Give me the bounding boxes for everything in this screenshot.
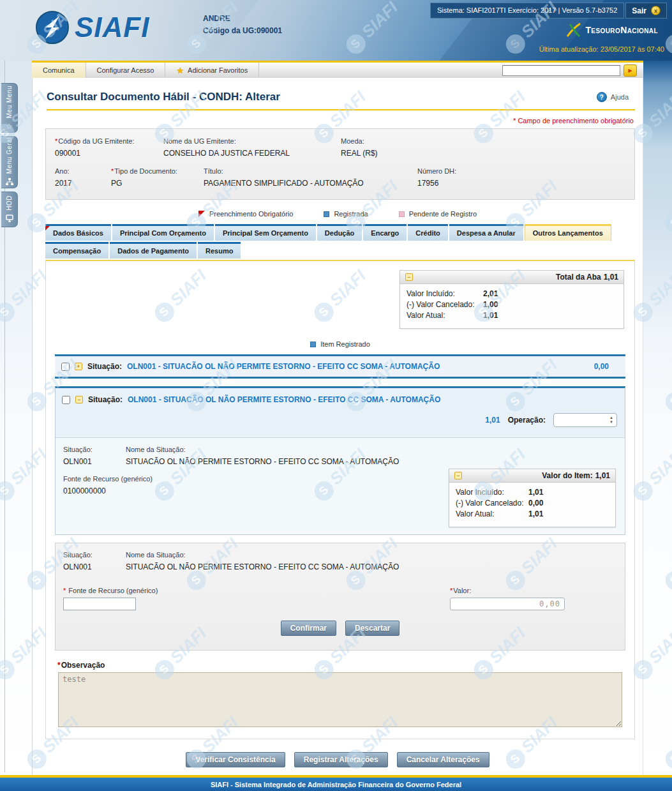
tab-despesa-a-anular[interactable]: Despesa a Anular	[449, 224, 523, 241]
title-underline	[47, 109, 635, 110]
tesouro-icon	[565, 22, 582, 38]
edit-nome-situacao: Nome da Situação: SITUACÃO OL NÃO PERMIT…	[126, 551, 399, 571]
tab-credito[interactable]: Crédito	[408, 224, 448, 241]
tesouro-word1: Tesouro	[585, 25, 620, 35]
tab-dados-de-pagamento[interactable]: Dados de Pagamento	[110, 242, 197, 259]
spinner-arrows-icon: ▲ ▼	[609, 416, 613, 424]
situacao-checkbox[interactable]	[62, 396, 70, 404]
page-title: Consultar Documento Hábil - CONDH: Alter…	[47, 91, 280, 103]
tab-resumo[interactable]: Resumo	[198, 242, 241, 259]
tab-compensacao[interactable]: Compensação	[45, 242, 108, 259]
total-aba-panel: − Total da Aba1,01 Valor Incluído:2,01 (…	[399, 270, 624, 329]
tab-encargo[interactable]: Encargo	[363, 224, 407, 241]
fonte-recurso-input[interactable]	[63, 598, 136, 610]
last-update: Última atualização: 23/05/2017 às 07:40	[539, 45, 664, 53]
ug-label: Código da UG:	[203, 26, 257, 35]
situacao-detail: Situação: OLN001 Nome da Situação: SITUA…	[56, 437, 625, 534]
system-bar: Sistema: SIAFI2017TI Exercício: 2017 | V…	[430, 3, 667, 19]
tab-content-panel: − Total da Aba1,01 Valor Incluído:2,01 (…	[45, 260, 635, 739]
tab-outros-lancamentos[interactable]: Outros Lançamentos	[525, 224, 611, 241]
field-ano: Ano: 2017	[55, 167, 111, 188]
tab-principal-com-orcamento[interactable]: Principal Com Orçamento	[112, 224, 214, 241]
valor-item-panel: − Valor do Item:1,01 Valor Incluído:1,01…	[449, 469, 616, 527]
situacao-link[interactable]: OLN001 - SITUACÃO OL NÃO PERMITE ESTORNO…	[128, 395, 440, 404]
search-area: ▶	[502, 63, 643, 78]
menu-item-configurar-acesso[interactable]: Configurar Acesso	[86, 63, 166, 78]
observacao-textarea[interactable]: teste	[58, 672, 622, 727]
situacao-checkbox[interactable]	[61, 363, 70, 371]
star-icon: ★	[176, 66, 184, 75]
search-input[interactable]	[502, 65, 620, 76]
right-gutter-decoration	[643, 61, 672, 335]
legend-pending: Pendente de Registro	[399, 210, 477, 218]
sidebar-item-meu-menu[interactable]: Meu Menu ☆	[1, 83, 18, 133]
collapse-icon[interactable]: −	[75, 396, 83, 403]
situacao-panel-2: − Situação: OLN001 - SITUACÃO OL NÃO PER…	[55, 386, 625, 535]
tab-dados-basicos[interactable]: Dados Básicos	[45, 224, 111, 241]
valor-input[interactable]	[450, 598, 565, 610]
registered-square-icon	[310, 342, 316, 347]
menu-item-adicionar-favoritos[interactable]: ★ Adicionar Favoritos	[165, 63, 259, 78]
sitemap-icon	[6, 178, 13, 187]
legend-registered: Registrada	[324, 210, 368, 218]
situacao-link[interactable]: OLN001 - SITUACÃO OL NÃO PERMITE ESTORNO…	[127, 362, 440, 371]
edit-valor: *Valor:	[450, 587, 565, 610]
field-moeda: Moeda: REAL (R$)	[341, 137, 378, 158]
tesouro-word2: Nacional	[620, 25, 658, 35]
legend: Preenchimento Obrigatório Registrada Pen…	[33, 210, 643, 218]
confirmar-button[interactable]: Confirmar	[281, 621, 336, 636]
help-icon: ?	[597, 92, 607, 102]
tab-deducao[interactable]: Dedução	[317, 224, 362, 241]
star-outline-icon: ☆	[6, 123, 13, 130]
help-label: Ajuda	[611, 93, 629, 101]
detail-situacao: Situação: OLN001	[63, 446, 126, 466]
required-flag-icon	[45, 226, 50, 230]
main-content: Consultar Documento Hábil - CONDH: Alter…	[32, 78, 643, 775]
field-numero-dh: Número DH: 17956	[417, 167, 456, 188]
app-footer: SIAFI - Sistema Integrado de Administraç…	[0, 775, 672, 791]
tab-strip: Dados Básicos Principal Com Orçamento Pr…	[45, 224, 635, 259]
sidebar-item-menu-geral[interactable]: Menu Geral	[1, 136, 18, 188]
system-info: Sistema: SIAFI2017TI Exercício: 2017 | V…	[430, 3, 624, 19]
go-arrow-icon: ▶	[628, 68, 632, 73]
required-flag-icon	[198, 211, 205, 217]
page-actions: Verificar Consistência Registrar Alteraç…	[33, 752, 643, 767]
tesouro-nacional-logo: TesouroNacional	[565, 22, 658, 38]
edit-situacao: Situação: OLN001	[63, 551, 126, 571]
edit-fonte-recurso: * Fonte de Recurso (genérico)	[63, 587, 158, 610]
ug-value: 090001	[257, 26, 282, 35]
close-icon[interactable]: x	[651, 6, 661, 15]
detail-nome-situacao: Nome da Situação: SITUACÃO OL NÃO PERMIT…	[126, 446, 399, 466]
legend-item-registered: Item Registrado	[54, 340, 627, 348]
verificar-consistencia-button[interactable]: Verificar Consistência	[186, 752, 285, 767]
document-header-box: *Código da UG Emitente: 090001 Nome da U…	[45, 128, 635, 200]
tab-principal-sem-orcamento[interactable]: Principal Sem Orçamento	[215, 224, 316, 241]
user-info: ANDRE Código da UG:090001	[203, 13, 282, 37]
descartar-button[interactable]: Descartar	[345, 621, 399, 636]
registrar-alteracoes-button[interactable]: Registrar Alterações	[294, 752, 388, 767]
siafi-logo-text: SIAFI	[75, 11, 149, 43]
sidebar-item-hod[interactable]: HOD	[1, 192, 18, 227]
help-button[interactable]: ? Ajuda	[597, 92, 629, 102]
operacao-select[interactable]: ▲ ▼	[553, 413, 617, 427]
menu-item-comunica[interactable]: Comunica	[32, 63, 86, 78]
menu-bar: Comunica Configurar Acesso ★ Adicionar F…	[32, 61, 643, 78]
expand-icon[interactable]: +	[75, 363, 82, 370]
user-name: ANDRE	[203, 13, 282, 25]
logout-button[interactable]: Sair x	[625, 3, 667, 19]
footer-text: SIAFI - Sistema Integrado de Administraç…	[211, 781, 461, 788]
monitor-icon	[6, 215, 13, 223]
situacao-row-1: + Situação: OLN001 - SITUACÃO OL NÃO PER…	[55, 354, 625, 379]
siafi-logo: SIAFI	[35, 10, 149, 45]
collapse-icon[interactable]: −	[454, 472, 462, 479]
siafi-watermark: SSIAFI	[661, 534, 672, 594]
situacao-edit-form: Situação: OLN001 Nome da Situação: SITUA…	[55, 543, 625, 651]
siafi-logo-icon	[35, 10, 70, 45]
field-nome-ug: Nome da UG Emitente: CONSELHO DA JUSTICA…	[163, 137, 341, 158]
siafi-watermark: SSIAFI	[661, 356, 672, 416]
app-header: SIAFI ANDRE Código da UG:090001 Sistema:…	[0, 0, 672, 61]
search-go-button[interactable]: ▶	[623, 64, 637, 77]
cancelar-alteracoes-button[interactable]: Cancelar Alterações	[397, 752, 489, 767]
pending-square-icon	[399, 211, 405, 217]
collapse-icon[interactable]: −	[405, 273, 413, 281]
